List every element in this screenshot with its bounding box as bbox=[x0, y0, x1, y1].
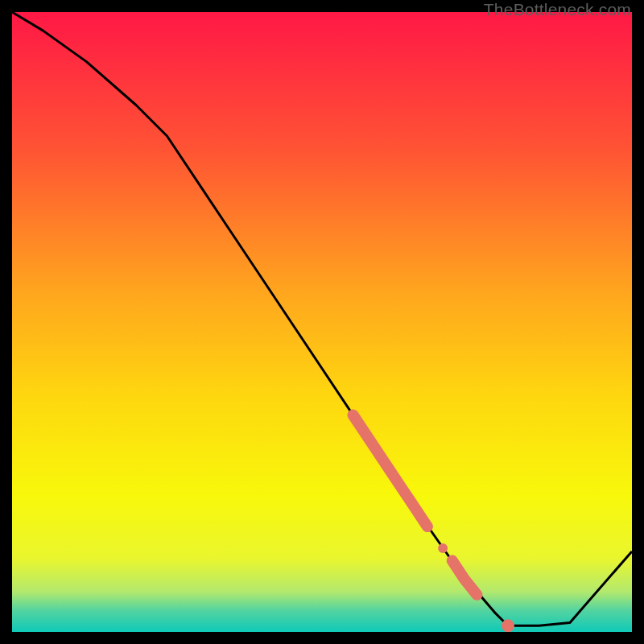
plot-area bbox=[12, 12, 632, 632]
chart-svg bbox=[12, 12, 632, 632]
highlight-dot-bottom bbox=[502, 619, 514, 632]
highlight-dot-mid bbox=[438, 543, 448, 553]
chart-frame: TheBottleneck.com bbox=[0, 0, 644, 644]
gradient-background bbox=[12, 12, 632, 632]
